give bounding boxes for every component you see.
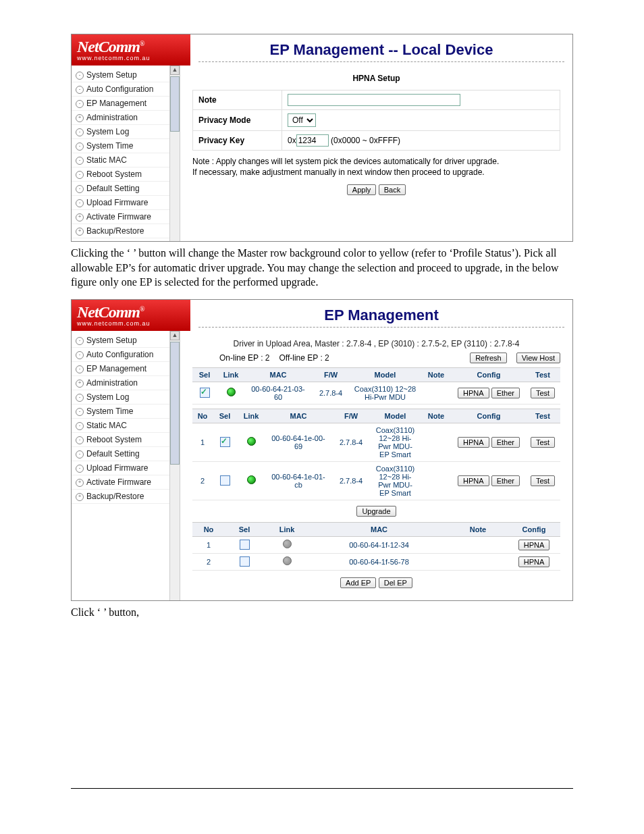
back-button[interactable]: Back (379, 184, 406, 195)
apply-note-line1: Note : Apply changes will let system pic… (192, 157, 499, 166)
nav-system-time[interactable]: -System Time (72, 405, 180, 419)
privacy-key-input[interactable] (296, 134, 329, 147)
hpna-button[interactable]: HPNA (518, 556, 550, 567)
sel-checkbox[interactable] (220, 475, 230, 486)
nav-static-mac[interactable]: -Static MAC (72, 419, 180, 433)
nav-auto-configuration[interactable]: -Auto Configuration (72, 82, 180, 97)
mac-cell: 00-60-64-1e-00-69 (265, 423, 331, 461)
hpna-button[interactable]: HPNA (458, 437, 489, 448)
privacy-key-prefix: 0x (288, 136, 296, 145)
no-cell: 2 (192, 461, 213, 500)
nav-activate-firmware[interactable]: +Activate Firmware (72, 210, 180, 224)
fw-cell: 2.7.8-4 (331, 461, 371, 500)
hpna-button[interactable]: HPNA (458, 475, 489, 486)
nav-backup-restore[interactable]: +Backup/Restore (72, 490, 180, 504)
model-cell: Coax(3110) 12~28 Hi-Pwr MDU-EP Smart (371, 461, 420, 500)
col-test: Test (525, 409, 560, 423)
sidebar-nav: -System Setup -Auto Configuration -EP Ma… (72, 66, 180, 241)
nav-ep-management[interactable]: -EP Management (72, 97, 180, 111)
nav-upload-firmware[interactable]: -Upload Firmware (72, 461, 180, 475)
view-host-button[interactable]: View Host (516, 353, 560, 363)
note-input[interactable] (288, 94, 460, 106)
scroll-thumb[interactable] (170, 76, 180, 132)
nav-system-log[interactable]: -System Log (72, 390, 180, 405)
col-sel: Sel (213, 409, 237, 423)
nav-activate-firmware[interactable]: +Activate Firmware (72, 475, 180, 490)
brand-text: NetComm (77, 38, 140, 55)
driver-info: Driver in Upload Area, Master : 2.7.8-4 … (192, 339, 560, 348)
sel-checkbox[interactable] (240, 556, 250, 567)
col-note: Note (420, 367, 452, 382)
col-mac: MAC (310, 522, 448, 536)
page-title: EP Management (190, 307, 572, 324)
nav-administration[interactable]: +Administration (72, 111, 180, 125)
no-cell: 2 (192, 553, 225, 570)
sel-checkbox[interactable] (240, 540, 250, 550)
nav-system-setup[interactable]: -System Setup (72, 68, 180, 82)
col-mac: MAC (265, 409, 331, 423)
col-config: Config (452, 409, 525, 423)
privacy-mode-select[interactable]: Off (288, 113, 316, 127)
col-sel: Sel (225, 522, 264, 536)
mac-cell: 00-60-64-1f-12-34 (310, 536, 448, 553)
col-link: Link (264, 522, 310, 536)
hpna-button[interactable]: HPNA (518, 540, 550, 550)
ether-button[interactable]: Ether (491, 388, 520, 398)
refresh-button[interactable]: Refresh (470, 353, 507, 363)
fw-cell: 2.7.8-4 (331, 423, 371, 461)
ep-table: No Sel Link MAC F/W Model Note Config Te… (192, 409, 560, 500)
test-button[interactable]: Test (531, 475, 555, 486)
nav-ep-management[interactable]: -EP Management (72, 362, 180, 376)
sidebar-scrollbar[interactable]: ▲ (169, 66, 180, 241)
nav-default-setting[interactable]: -Default Setting (72, 447, 180, 461)
nav-upload-firmware[interactable]: -Upload Firmware (72, 196, 180, 210)
offline-row: 2 00-60-64-1f-56-78 HPNA (192, 553, 560, 570)
brand-logo: NetComm® www.netcomm.com.au (72, 34, 190, 66)
hpna-button[interactable]: HPNA (458, 388, 489, 398)
privacy-key-label: Privacy Key (193, 131, 282, 151)
del-ep-button[interactable]: Del EP (379, 577, 412, 588)
note-cell (448, 553, 508, 570)
doc-paragraph-2: Click ‘ ’ button, (71, 605, 573, 620)
scroll-up-icon[interactable]: ▲ (170, 66, 180, 75)
nav-system-log[interactable]: -System Log (72, 125, 180, 139)
ether-button[interactable]: Ether (491, 437, 520, 448)
add-ep-button[interactable]: Add EP (340, 577, 376, 588)
col-fw: F/W (331, 409, 371, 423)
fw-cell: 2.7.8-4 (311, 382, 350, 404)
ether-button[interactable]: Ether (491, 475, 520, 486)
model-cell: Coax(3110) 12~28 Hi-Pwr MDU (350, 382, 420, 404)
nav-system-time[interactable]: -System Time (72, 139, 180, 153)
scroll-up-icon[interactable]: ▲ (170, 331, 180, 340)
privacy-key-hint: (0x0000 ~ 0xFFFF) (331, 136, 400, 145)
col-note: Note (420, 409, 452, 423)
nav-auto-configuration[interactable]: -Auto Configuration (72, 348, 180, 362)
nav-static-mac[interactable]: -Static MAC (72, 153, 180, 167)
model-cell: Coax(3110) 12~28 Hi-Pwr MDU-EP Smart (371, 423, 420, 461)
col-config: Config (452, 367, 525, 382)
nav-reboot-system[interactable]: -Reboot System (72, 167, 180, 182)
test-button[interactable]: Test (531, 388, 555, 398)
link-led-icon (247, 437, 256, 446)
sidebar-scrollbar[interactable]: ▲ (169, 331, 180, 600)
nav-system-setup[interactable]: -System Setup (72, 334, 180, 348)
nav-reboot-system[interactable]: -Reboot System (72, 433, 180, 447)
brand-tagline: www.netcomm.com.au (77, 320, 185, 327)
footer-rule (71, 788, 573, 789)
scroll-thumb[interactable] (170, 342, 180, 465)
ep-row: 2 00-60-64-1e-01-cb 2.7.8-4 Coax(3110) 1… (192, 461, 560, 500)
nav-default-setting[interactable]: -Default Setting (72, 182, 180, 196)
col-no: No (192, 522, 225, 536)
offline-table: No Sel Link MAC Note Config 1 00-60-64-1… (192, 522, 560, 571)
col-note: Note (448, 522, 508, 536)
apply-button[interactable]: Apply (347, 184, 377, 195)
sel-checkbox[interactable] (220, 437, 230, 447)
upgrade-button[interactable]: Upgrade (356, 506, 396, 517)
col-mac: MAC (245, 367, 311, 382)
test-button[interactable]: Test (531, 437, 555, 448)
col-fw: F/W (311, 367, 350, 382)
sel-checkbox[interactable] (200, 388, 210, 398)
nav-backup-restore[interactable]: +Backup/Restore (72, 224, 180, 238)
ep-row: 1 00-60-64-1e-00-69 2.7.8-4 Coax(3110) 1… (192, 423, 560, 461)
nav-administration[interactable]: +Administration (72, 376, 180, 390)
